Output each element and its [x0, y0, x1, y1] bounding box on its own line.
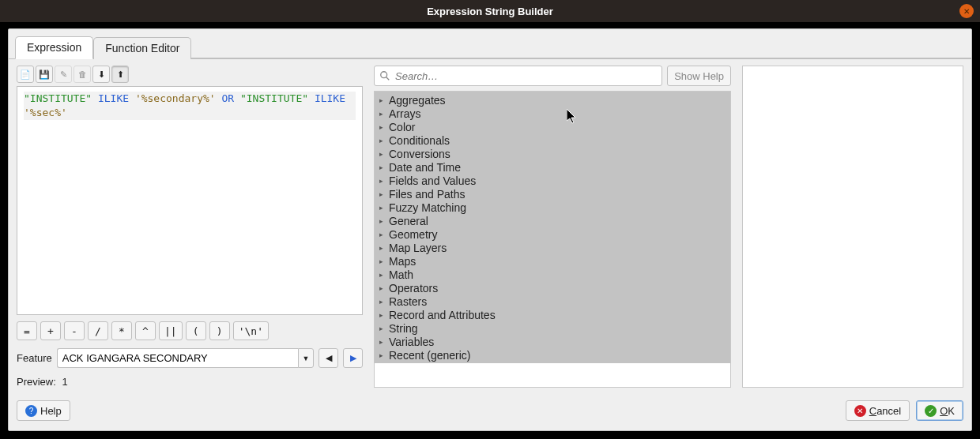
new-expression-button[interactable]: 📄 [17, 66, 34, 83]
category-item[interactable]: ▸General [375, 214, 730, 227]
triangle-right-icon: ▸ [379, 351, 387, 359]
category-label: Arrays [387, 107, 420, 120]
delete-expression-button: 🗑 [74, 66, 91, 83]
category-item[interactable]: ▸Operators [375, 281, 730, 295]
category-item[interactable]: ▸Fields and Values [375, 174, 730, 187]
tree-blank-area [375, 363, 730, 387]
category-item[interactable]: ▸Recent (generic) [375, 348, 730, 362]
category-label: Conversions [387, 148, 450, 160]
cancel-icon: ✕ [854, 405, 866, 417]
search-input[interactable] [374, 66, 662, 86]
triangle-right-icon: ▸ [379, 257, 387, 265]
feature-prev-button[interactable]: ◀ [318, 348, 338, 368]
help-icon: ? [25, 405, 37, 417]
expression-toolbar: 📄 💾 ✎ 🗑 ⬇ ⬆ [17, 66, 363, 83]
op-divide-button[interactable]: / [88, 321, 108, 340]
tab-expression[interactable]: Expression [15, 36, 93, 59]
search-field-wrap [374, 66, 662, 86]
save-expression-button[interactable]: 💾 [36, 66, 53, 83]
op-equals-button[interactable]: = [17, 321, 37, 340]
window-close-button[interactable] [959, 4, 974, 18]
triangle-right-icon: ▸ [379, 217, 387, 225]
category-label: Operators [387, 282, 438, 295]
search-icon [379, 70, 390, 81]
tab-function-editor[interactable]: Function Editor [93, 37, 191, 59]
export-expression-button[interactable]: ⬆ [111, 66, 129, 83]
category-item[interactable]: ▸Date and Time [375, 160, 730, 174]
category-item[interactable]: ▸Fuzzy Matching [375, 201, 730, 214]
token-literal: '%sec%' [24, 107, 67, 118]
category-item[interactable]: ▸Map Layers [375, 241, 730, 254]
category-label: Fuzzy Matching [387, 201, 466, 214]
feature-dropdown-button[interactable]: ▼ [298, 348, 314, 368]
triangle-right-icon: ▸ [379, 110, 387, 118]
triangle-right-icon: ▸ [379, 338, 387, 346]
category-label: Geometry [387, 228, 437, 241]
category-label: Date and Time [387, 161, 461, 174]
category-label: Record and Attributes [387, 309, 496, 321]
op-plus-button[interactable]: + [40, 321, 61, 340]
op-concat-button[interactable]: || [159, 321, 183, 340]
window-frame: Expression String Builder Expression Fun… [0, 0, 980, 439]
category-item[interactable]: ▸Conditionals [375, 133, 730, 147]
triangle-right-icon: ▸ [379, 204, 387, 212]
category-item[interactable]: ▸Math [375, 268, 730, 281]
preview-label: Preview: [17, 376, 56, 388]
token-field: "INSTITUTE" [240, 92, 308, 104]
trash-icon: 🗑 [78, 69, 87, 79]
triangle-right-icon: ▸ [379, 150, 387, 158]
triangle-right-icon: ▸ [379, 244, 387, 252]
category-item[interactable]: ▸Geometry [375, 227, 730, 241]
category-item[interactable]: ▸Rasters [375, 295, 730, 308]
category-item[interactable]: ▸Color [375, 120, 730, 133]
import-icon: ⬇ [98, 69, 105, 80]
feature-row: Feature ▼ ◀ ▶ [17, 348, 363, 368]
category-item[interactable]: ▸Aggregates [375, 93, 730, 107]
category-item[interactable]: ▸Record and Attributes [375, 308, 730, 321]
category-item[interactable]: ▸Files and Paths [375, 187, 730, 201]
triangle-right-icon: ▸ [379, 284, 387, 292]
ok-button-label: OK [940, 405, 955, 417]
category-label: Recent (generic) [387, 349, 471, 362]
ok-button[interactable]: ✓ OK [916, 400, 963, 421]
window-title: Expression String Builder [427, 6, 553, 17]
category-tree[interactable]: ▸Aggregates▸Arrays▸Color▸Conditionals▸Co… [375, 92, 730, 363]
svg-line-1 [386, 77, 390, 81]
category-item[interactable]: ▸Conversions [375, 147, 730, 160]
feature-next-button[interactable]: ▶ [343, 348, 363, 368]
feature-combo[interactable]: ▼ [57, 348, 314, 368]
op-minus-button[interactable]: - [64, 321, 85, 340]
left-column: 📄 💾 ✎ 🗑 ⬇ ⬆ [17, 66, 363, 388]
edit-expression-button: ✎ [55, 66, 72, 83]
import-expression-button[interactable]: ⬇ [92, 66, 110, 83]
op-rparen-button[interactable]: ) [209, 321, 230, 340]
category-label: Conditionals [387, 134, 450, 147]
op-newline-button[interactable]: '\n' [233, 321, 269, 340]
export-icon: ⬆ [117, 69, 124, 80]
op-power-button[interactable]: ^ [135, 321, 156, 340]
expression-editor[interactable]: "INSTITUTE" ILIKE '%secondary%' OR "INST… [17, 86, 363, 315]
right-column [742, 66, 963, 388]
feature-input[interactable] [57, 348, 298, 368]
token-literal: '%secondary%' [135, 92, 216, 104]
category-label: Aggregates [387, 94, 446, 107]
category-label: Color [387, 121, 415, 133]
cancel-button[interactable]: ✕ Cancel [846, 400, 910, 421]
category-item[interactable]: ▸Variables [375, 335, 730, 348]
op-multiply-button[interactable]: * [111, 321, 132, 340]
op-lparen-button[interactable]: ( [186, 321, 206, 340]
category-item[interactable]: ▸String [375, 321, 730, 335]
save-icon: 💾 [39, 69, 50, 80]
category-item[interactable]: ▸Maps [375, 254, 730, 268]
help-button[interactable]: ? Help [17, 400, 70, 421]
triangle-right-icon: ▸ [379, 137, 387, 144]
category-item[interactable]: ▸Arrays [375, 107, 730, 120]
pencil-icon: ✎ [60, 69, 67, 80]
show-help-button[interactable]: Show Help [667, 66, 731, 86]
help-panel [742, 66, 963, 388]
category-label: Variables [387, 336, 434, 348]
title-bar: Expression String Builder [0, 0, 980, 22]
cancel-button-label: Cancel [869, 405, 901, 417]
token-field: "INSTITUTE" [24, 92, 92, 104]
ok-icon: ✓ [925, 405, 937, 417]
